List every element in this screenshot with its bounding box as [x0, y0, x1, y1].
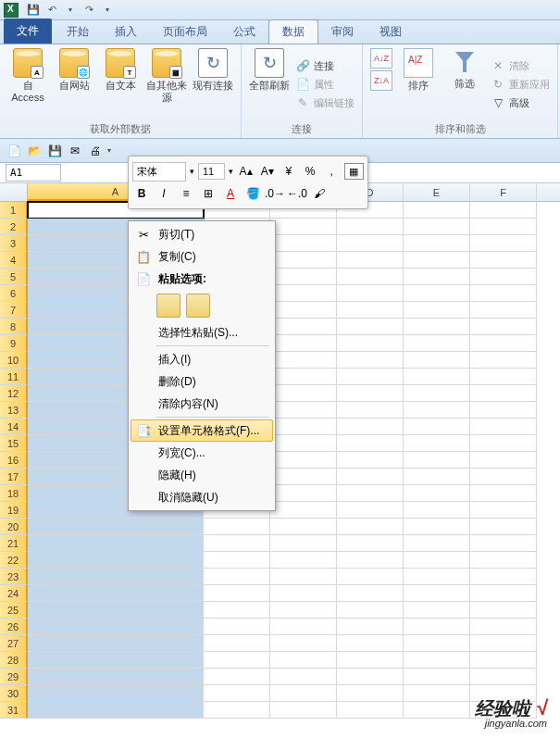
font-selector[interactable]: 宋体 [132, 162, 186, 181]
cell[interactable] [470, 352, 537, 369]
cell[interactable] [470, 602, 537, 619]
cell[interactable] [337, 385, 404, 402]
select-all-corner[interactable] [0, 183, 28, 201]
tab-file[interactable]: 文件 [4, 19, 52, 44]
cell[interactable] [337, 519, 404, 535]
row-header[interactable]: 19 [0, 502, 28, 519]
row-header[interactable]: 30 [0, 685, 28, 702]
row-header[interactable]: 2 [0, 219, 28, 235]
cell[interactable] [270, 269, 337, 285]
cell[interactable] [337, 285, 404, 302]
cell[interactable] [404, 452, 470, 469]
row-header[interactable]: 12 [0, 385, 28, 402]
paste-option-2[interactable] [186, 294, 210, 318]
border-button[interactable]: ⊞ [199, 184, 218, 203]
cell[interactable] [337, 535, 404, 552]
cell[interactable] [204, 702, 270, 719]
row-header[interactable]: 8 [0, 319, 28, 335]
email-button[interactable]: ✉ [67, 143, 83, 159]
cell[interactable] [404, 335, 470, 352]
italic-button[interactable]: I [155, 184, 173, 203]
row-header[interactable]: 17 [0, 469, 28, 485]
cell[interactable] [337, 585, 404, 602]
cell[interactable] [404, 569, 470, 585]
row-header[interactable]: 7 [0, 302, 28, 319]
cell[interactable] [270, 619, 337, 635]
ctx-clear[interactable]: 清除内容(N) [131, 393, 273, 415]
font-size-selector[interactable]: 11 [198, 163, 225, 180]
cell[interactable] [270, 385, 337, 402]
undo-button[interactable]: ↶ [44, 3, 59, 18]
cell[interactable] [470, 419, 537, 435]
qat-customize-dropdown[interactable]: ▾ [100, 3, 115, 18]
cell[interactable] [28, 685, 204, 702]
cell[interactable] [404, 519, 470, 535]
cell[interactable] [470, 619, 537, 635]
cell[interactable] [28, 585, 204, 602]
cell[interactable] [270, 552, 337, 569]
cell[interactable] [270, 585, 337, 602]
row-header[interactable]: 18 [0, 485, 28, 502]
ctx-cut[interactable]: ✂剪切(T) [131, 223, 273, 245]
ctx-unhide[interactable]: 取消隐藏(U) [131, 486, 273, 508]
cell[interactable] [337, 552, 404, 569]
row-header[interactable]: 24 [0, 585, 28, 602]
cell[interactable] [204, 535, 270, 552]
cell[interactable] [470, 319, 537, 335]
cell[interactable] [337, 402, 404, 419]
tab-formulas[interactable]: 公式 [220, 20, 268, 44]
cell[interactable] [404, 702, 470, 719]
cell[interactable] [337, 652, 404, 669]
filter-button[interactable]: 筛选 [444, 48, 485, 120]
cell[interactable] [470, 402, 537, 419]
cell[interactable] [337, 269, 404, 285]
sort-desc-button[interactable]: Z↓A [370, 70, 392, 91]
cell[interactable] [404, 352, 470, 369]
percent-button[interactable]: % [302, 162, 319, 181]
row-header[interactable]: 25 [0, 602, 28, 619]
cell[interactable] [404, 252, 470, 269]
cell[interactable] [404, 635, 470, 652]
cell[interactable] [404, 685, 470, 702]
cell[interactable] [28, 619, 204, 635]
row-header[interactable]: 10 [0, 352, 28, 369]
cell[interactable] [404, 385, 470, 402]
format-button[interactable]: ▦ [344, 163, 364, 180]
cell[interactable] [270, 685, 337, 702]
cell[interactable] [204, 652, 270, 669]
cell[interactable] [28, 602, 204, 619]
cell[interactable] [470, 335, 537, 352]
cell[interactable] [270, 419, 337, 435]
cell[interactable] [28, 535, 204, 552]
cell[interactable] [204, 552, 270, 569]
cell[interactable] [270, 302, 337, 319]
cell[interactable] [270, 485, 337, 502]
cell[interactable] [270, 502, 337, 519]
cell[interactable] [470, 585, 537, 602]
cell[interactable] [404, 585, 470, 602]
font-color-button[interactable]: A [221, 184, 240, 203]
cell[interactable] [404, 552, 470, 569]
row-header[interactable]: 1 [0, 202, 28, 219]
ctx-insert[interactable]: 插入(I) [131, 348, 273, 370]
cell[interactable] [404, 402, 470, 419]
cell[interactable] [470, 369, 537, 385]
comma-button[interactable]: , [323, 162, 341, 181]
font-dropdown-icon[interactable]: ▾ [190, 167, 194, 176]
cell[interactable] [270, 669, 337, 685]
cell[interactable] [404, 319, 470, 335]
cell[interactable] [470, 285, 537, 302]
column-header-E[interactable]: E [404, 183, 470, 201]
save-button-2[interactable]: 💾 [46, 143, 63, 159]
cell[interactable] [270, 469, 337, 485]
cell[interactable] [270, 635, 337, 652]
currency-button[interactable]: ¥ [280, 162, 297, 181]
cell[interactable] [404, 619, 470, 635]
cell[interactable] [404, 302, 470, 319]
cell[interactable] [337, 419, 404, 435]
increase-decimal-button[interactable]: .0→ [266, 184, 284, 203]
cell[interactable] [28, 552, 204, 569]
cell[interactable] [270, 319, 337, 335]
cell[interactable] [270, 535, 337, 552]
align-center-button[interactable]: ≡ [177, 184, 195, 203]
